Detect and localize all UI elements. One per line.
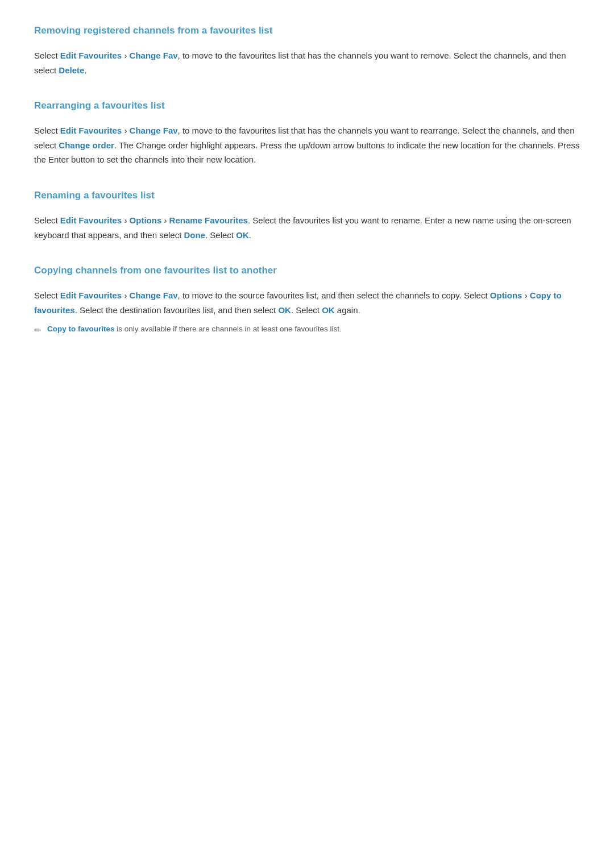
section-title-renaming: Renaming a favourites list (34, 188, 580, 205)
section-rearranging: Rearranging a favourites listSelect Edit… (34, 98, 580, 167)
section-renaming: Renaming a favourites listSelect Edit Fa… (34, 188, 580, 242)
inline-highlight: Options (490, 290, 522, 300)
note-row-copying: ✏Copy to favourites is only available if… (34, 323, 580, 337)
section-copying: Copying channels from one favourites lis… (34, 263, 580, 337)
inline-highlight: Done (184, 230, 206, 240)
inline-highlight: Edit Favourites (60, 290, 122, 300)
app-container: Removing registered channels from a favo… (34, 23, 580, 337)
note-highlight: Copy to favourites (47, 325, 115, 333)
inline-highlight: Delete (59, 65, 84, 75)
section-body-removing: Select Edit Favourites › Change Fav, to … (34, 48, 580, 77)
section-title-rearranging: Rearranging a favourites list (34, 98, 580, 115)
section-title-removing: Removing registered channels from a favo… (34, 23, 580, 40)
inline-highlight: Edit Favourites (60, 126, 122, 135)
inline-highlight: Edit Favourites (60, 215, 122, 225)
inline-highlight: Change Fav (130, 51, 178, 60)
inline-highlight: Options (130, 215, 162, 225)
note-text-copying: Copy to favourites is only available if … (47, 323, 342, 335)
section-body-renaming: Select Edit Favourites › Options › Renam… (34, 213, 580, 242)
inline-highlight: Edit Favourites (60, 51, 122, 60)
section-title-copying: Copying channels from one favourites lis… (34, 263, 580, 280)
section-body-rearranging: Select Edit Favourites › Change Fav, to … (34, 123, 580, 167)
section-removing: Removing registered channels from a favo… (34, 23, 580, 77)
inline-highlight: OK (236, 230, 249, 240)
inline-highlight: Change order (59, 140, 114, 150)
inline-highlight: Change Fav (130, 290, 178, 300)
section-body-copying: Select Edit Favourites › Change Fav, to … (34, 288, 580, 317)
pencil-icon: ✏ (34, 323, 42, 337)
inline-highlight: Change Fav (130, 126, 178, 135)
inline-highlight: OK (322, 305, 335, 315)
inline-highlight: Rename Favourites (169, 215, 248, 225)
inline-highlight: OK (278, 305, 291, 315)
